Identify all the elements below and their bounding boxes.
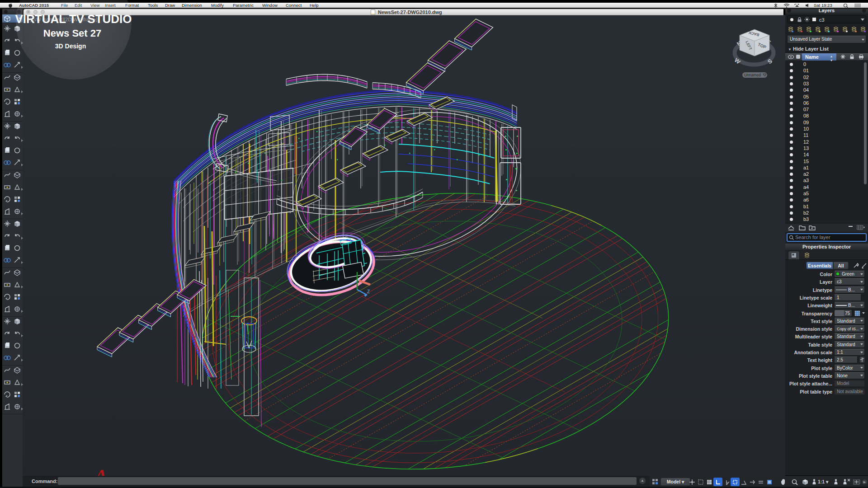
svg-text:A: A <box>94 465 107 476</box>
svg-text:Unnamed: Unnamed <box>744 73 761 77</box>
svg-text:Z: Z <box>367 289 370 294</box>
